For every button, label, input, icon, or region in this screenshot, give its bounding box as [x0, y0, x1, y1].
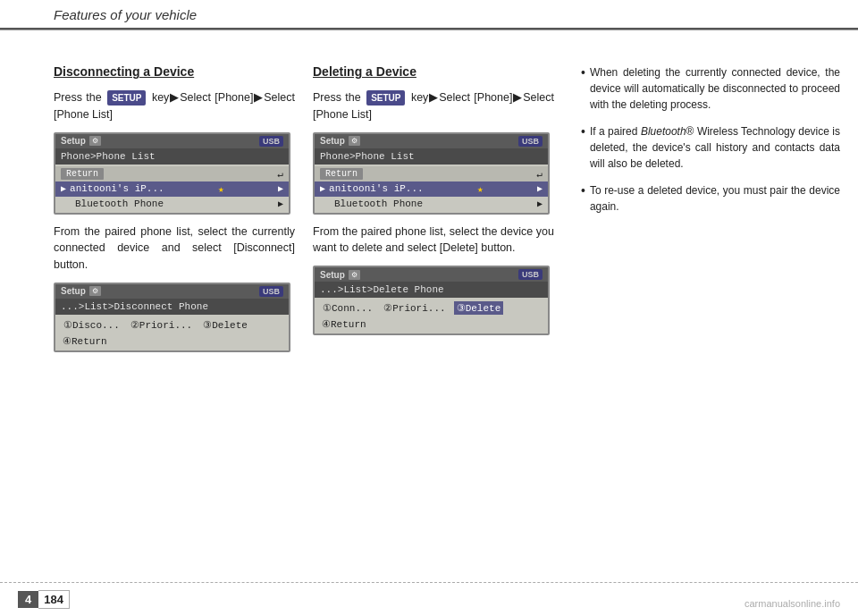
footer-watermark: carmanualsonline.info — [744, 598, 840, 609]
delete-screen1-breadcrumb: Phone>Phone List — [315, 148, 548, 165]
delete-screen1-header-left: Setup ⚙ — [320, 136, 360, 146]
disconnect-screen1-return-label: Return — [61, 168, 104, 180]
delete-screen2-breadcrumb: ...>List>Delete Phone — [315, 282, 548, 298]
disconnect-screen1-row1-text: anitooni's iP... — [70, 183, 164, 194]
delete-screen1-row1-arrow: ▶ — [320, 183, 325, 194]
disconnect-setup-badge: SETUP — [107, 90, 146, 105]
delete-menu-priori: ②Priori... — [381, 301, 448, 315]
notes-section: • When deleting the currently connected … — [572, 64, 840, 361]
deleting-section: Deleting a Device Press the SETUP key▶Se… — [313, 64, 572, 361]
disconnect-screen1-row2-spacer — [61, 198, 72, 208]
disconnecting-title: Disconnecting a Device — [54, 64, 295, 79]
note-1-bullet: • — [581, 64, 585, 82]
delete-screen1-row1-chevron: ▶ — [537, 183, 543, 194]
note-3-text: To re-use a deleted device, you must pai… — [590, 182, 840, 215]
disconnect-menu-disco: ①Disco... — [61, 318, 122, 332]
delete-screen1: Setup ⚙ USB Phone>Phone List Return ↵ ▶ … — [313, 132, 550, 215]
note-item-2: • If a paired Bluetooth® Wireless Techno… — [581, 123, 840, 172]
note-3-bullet: • — [581, 182, 585, 200]
delete-screen1-label: Setup — [320, 136, 345, 146]
delete-screen1-row1-star: ★ — [477, 183, 484, 195]
disconnect-screen1-row1-star: ★ — [218, 183, 224, 195]
disconnect-screen1-breadcrumb: Phone>Phone List — [55, 148, 289, 165]
delete-menu-conn: ①Conn... — [320, 301, 375, 315]
disconnect-screen1-label: Setup — [61, 136, 86, 146]
delete-screen1-return-icon: ↵ — [536, 168, 543, 180]
delete-screen1-row1: ▶ anitooni's iP... ★ ▶ — [315, 181, 548, 197]
disconnect-screen1-row1: ▶ anitooni's iP... ★ ▶ — [55, 181, 289, 197]
note-2-bullet: • — [581, 123, 585, 141]
delete-screen1-return-label: Return — [320, 168, 363, 180]
disconnect-screen1: Setup ⚙ USB Phone>Phone List Return ↵ ▶ … — [54, 132, 290, 215]
notes-list: • When deleting the currently connected … — [581, 64, 840, 215]
delete-press-label: Press the — [313, 91, 361, 104]
disconnect-screen2-breadcrumb: ...>List>Disconnect Phone — [55, 299, 289, 315]
delete-setup-badge: SETUP — [366, 90, 405, 105]
disconnect-screen1-row2: Bluetooth Phone ▶ — [55, 197, 289, 211]
disconnect-screen2-body: ①Disco... ②Priori... ③Delete ④Return — [55, 315, 289, 350]
disconnect-menu-delete: ③Delete — [200, 318, 250, 332]
disconnect-press-label: Press the — [54, 91, 102, 104]
disconnect-screen1-icon: ⚙ — [89, 136, 101, 146]
disconnect-screen1-return-icon: ↵ — [277, 168, 283, 180]
footer-section-num: 4 — [18, 591, 38, 608]
delete-screen2-return: ④Return — [315, 316, 548, 332]
delete-screen1-row1-text: anitooni's iP... — [329, 183, 424, 194]
disconnect-screen1-body: Return ↵ ▶ anitooni's iP... ★ ▶ Bluetoot… — [55, 165, 289, 213]
header-divider — [0, 30, 858, 30]
delete-screen2-usb: USB — [518, 269, 543, 280]
page-header: Features of your vehicle — [0, 0, 858, 30]
disconnecting-instruction: Press the SETUP key▶Select [Phone]▶Selec… — [54, 89, 295, 123]
disconnect-screen2-icon: ⚙ — [89, 286, 101, 296]
footer-page-box: 4 184 — [18, 590, 70, 609]
delete-screen1-body: Return ↵ ▶ anitooni's iP... ★ ▶ Bluetoot… — [315, 165, 548, 213]
disconnect-screen1-usb: USB — [259, 136, 283, 147]
delete-screen2-label: Setup — [320, 270, 345, 280]
disconnect-screen2-label: Setup — [61, 286, 86, 296]
disconnect-screen2-return: ④Return — [55, 333, 289, 349]
delete-screen1-icon: ⚙ — [349, 136, 360, 146]
disconnect-screen1-row2-arrow: ▶ — [278, 198, 283, 209]
disconnect-screen2-header-left: Setup ⚙ — [61, 286, 101, 296]
deleting-instruction: Press the SETUP key▶Select [Phone]▶Selec… — [313, 89, 554, 123]
delete-screen2-header: Setup ⚙ USB — [315, 267, 548, 282]
bluetooth-brand: Bluetooth — [641, 125, 686, 138]
delete-screen1-header: Setup ⚙ USB — [315, 134, 548, 148]
note-item-1: • When deleting the currently connected … — [581, 64, 840, 113]
disconnect-screen1-row2-text: Bluetooth Phone — [75, 198, 164, 209]
disconnect-screen1-row1-chevron: ▶ — [278, 183, 283, 194]
disconnect-screen1-row1-arrow: ▶ — [61, 183, 66, 194]
note-2-text: If a paired Bluetooth® Wireless Technolo… — [590, 123, 840, 172]
footer-page-num: 184 — [38, 590, 70, 609]
disconnect-caption: From the paired phone list, select the c… — [54, 224, 295, 274]
main-content: Disconnecting a Device Press the SETUP k… — [0, 46, 858, 379]
deleting-title: Deleting a Device — [313, 64, 554, 79]
delete-screen1-return-row: Return ↵ — [315, 166, 548, 181]
delete-screen2-menu: ①Conn... ②Priori... ③Delete — [315, 300, 548, 316]
disconnect-menu-priori: ②Priori... — [128, 318, 195, 332]
delete-screen1-usb: USB — [518, 136, 543, 147]
disconnect-screen1-return-row: Return ↵ — [55, 166, 289, 181]
note-item-3: • To re-use a deleted device, you must p… — [581, 182, 840, 215]
disconnect-screen1-header-left: Setup ⚙ — [61, 136, 101, 146]
delete-screen1-row2-spacer — [320, 198, 331, 208]
disconnect-screen1-header: Setup ⚙ USB — [55, 134, 289, 148]
disconnecting-section: Disconnecting a Device Press the SETUP k… — [54, 64, 313, 361]
delete-screen2-header-left: Setup ⚙ — [320, 270, 360, 280]
delete-screen1-row2-arrow: ▶ — [537, 198, 543, 209]
page-footer: 4 184 carmanualsonline.info — [0, 582, 858, 616]
disconnect-screen2-menu: ①Disco... ②Priori... ③Delete — [55, 316, 289, 333]
page-header-title: Features of your vehicle — [54, 7, 197, 22]
delete-screen2: Setup ⚙ USB ...>List>Delete Phone ①Conn.… — [313, 266, 550, 335]
note-1-text: When deleting the currently connected de… — [590, 64, 840, 113]
disconnect-screen2: Setup ⚙ USB ...>List>Disconnect Phone ①D… — [54, 283, 290, 352]
delete-screen2-icon: ⚙ — [349, 270, 360, 280]
disconnect-screen2-usb: USB — [259, 286, 283, 297]
disconnect-screen2-header: Setup ⚙ USB — [55, 284, 289, 299]
delete-caption: From the paired phone list, select the d… — [313, 224, 554, 257]
delete-screen2-body: ①Conn... ②Priori... ③Delete ④Return — [315, 298, 548, 333]
delete-screen1-row2: Bluetooth Phone ▶ — [315, 197, 548, 211]
delete-menu-delete: ③Delete — [454, 301, 504, 315]
delete-screen1-row2-text: Bluetooth Phone — [334, 198, 423, 209]
